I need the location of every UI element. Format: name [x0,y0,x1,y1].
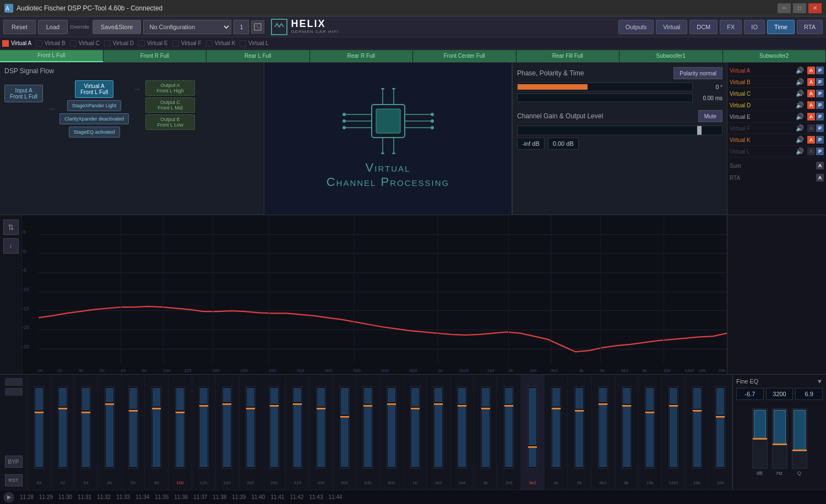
timestamp-11-32[interactable]: 11:32 [97,494,111,500]
eq-band-20k-29[interactable]: 20k [709,375,732,490]
ch-rear-r-full[interactable]: Rear R Full [310,50,414,62]
band-track-0[interactable] [34,386,44,469]
dsp-proc-2[interactable]: ClarityXpander deactivated [59,113,129,124]
config-select[interactable]: No Configuration [143,20,231,34]
polarity-button[interactable]: Polarity normal [673,67,722,79]
vtab-b[interactable]: Virtual B [36,40,66,47]
vtab-a[interactable]: Virtual A [2,40,31,47]
nav-time[interactable]: Time [767,20,795,34]
fine-eq-db-slider[interactable] [752,408,768,469]
band-track-7[interactable] [199,386,209,469]
band-track-26[interactable] [645,386,655,469]
ch-front-center-full[interactable]: Front Center Full [413,50,517,62]
band-track-19[interactable] [481,386,491,469]
rta-p-btn-b[interactable]: P [816,78,824,86]
eq-band-160-8[interactable]: 160 [215,375,239,490]
dsp-out-1[interactable]: Output A Front L High [145,80,195,96]
band-track-6[interactable] [175,386,185,469]
nav-dcm[interactable]: DCM [689,20,718,34]
band-track-27[interactable] [669,386,678,469]
vtab-f[interactable]: Virtual F [172,40,202,47]
minimize-button[interactable]: ─ [778,3,791,13]
band-track-10[interactable] [269,386,279,469]
band-track-11[interactable] [292,386,302,469]
vtab-c[interactable]: Virtual C [70,40,100,47]
band-track-18[interactable] [457,386,467,469]
timestamp-11-31[interactable]: 11:31 [78,494,91,500]
eq-band-12k5-27[interactable]: 12k5 [662,375,686,490]
band-track-4[interactable] [128,386,138,469]
eq-band-1k6-18[interactable]: 1k6 [450,375,474,490]
band-track-17[interactable] [433,386,443,469]
eq-toggle-1[interactable] [5,378,23,386]
dsp-out-2[interactable]: Output C Front L Mid [145,97,195,113]
timestamp-11-40[interactable]: 11:40 [251,494,265,500]
nav-rta[interactable]: RTA [797,20,823,34]
band-track-5[interactable] [151,386,161,469]
band-track-3[interactable] [105,386,115,469]
rta-a-btn-k[interactable]: A [807,136,815,144]
eq-band-6k3-24[interactable]: 6k3 [591,375,615,490]
rta-p-btn-l[interactable]: P [816,147,824,155]
timestamp-11-41[interactable]: 11:41 [270,494,284,500]
band-track-21[interactable] [528,386,537,469]
band-track-15[interactable] [387,386,396,469]
eq-band-800-15[interactable]: 800 [380,375,404,490]
rta-p-btn-d[interactable]: P [816,101,824,109]
eq-toggle-2[interactable] [5,388,23,396]
ch-front-l-full[interactable]: Front L Full [0,50,104,62]
nav-virtual[interactable]: Virtual [656,20,687,34]
fine-eq-q[interactable]: 6.9 [795,388,823,400]
eq-band-250-10[interactable]: 250 [263,375,286,490]
eq-band-1k2-17[interactable]: 1k2 [427,375,450,490]
vtab-d[interactable]: Virtual D [104,40,134,47]
band-track-28[interactable] [692,386,702,469]
eq-band-500-13[interactable]: 500 [333,375,357,490]
timestamp-11-43[interactable]: 11:43 [309,494,323,500]
eq-band-200-9[interactable]: 200 [239,375,263,490]
close-button[interactable]: ✕ [808,3,822,13]
band-track-24[interactable] [598,386,608,469]
eq-band-63-0[interactable]: 63 [28,375,51,490]
eq-band-400-12[interactable]: 400 [309,375,333,490]
band-track-9[interactable] [246,386,256,469]
timestamp-11-42[interactable]: 11:42 [290,494,303,500]
timestamp-11-29[interactable]: 11:29 [39,494,53,500]
eq-band-315-11[interactable]: 315 [286,375,309,490]
config-icon[interactable] [251,20,264,34]
rta-a-btn-f[interactable]: A [807,124,815,132]
vtab-l[interactable]: Virtual L [240,40,269,47]
nav-io[interactable]: IO [744,20,765,34]
nav-fx[interactable]: FX [720,20,742,34]
dsp-out-3[interactable]: Output E Front L Low [145,114,195,130]
rta-a-btn-c[interactable]: A [807,90,815,97]
band-track-8[interactable] [222,386,232,469]
eq-band-40-3[interactable]: 40 [98,375,122,490]
timestamp-11-37[interactable]: 11:37 [193,494,207,500]
swap-h-button[interactable]: ⇅ [3,220,19,235]
eq-band-4k-22[interactable]: 4k [545,375,568,490]
rta-p-btn-e[interactable]: P [816,113,824,120]
save-store-button[interactable]: Save&Store [93,20,142,34]
eq-band-2k-19[interactable]: 2k [474,375,498,490]
byp-label[interactable]: BYP [5,456,23,468]
load-button[interactable]: Load [38,20,68,34]
rta-a-btn-l[interactable]: A [807,147,815,155]
rta-a-btn-d[interactable]: A [807,101,815,109]
play-button[interactable] [3,492,14,503]
rta-p-btn-a[interactable]: P [816,67,824,74]
fine-eq-dropdown-icon[interactable]: ▼ [817,378,823,385]
timestamp-11-36[interactable]: 11:36 [174,494,188,500]
timestamp-11-33[interactable]: 11:33 [116,494,130,500]
band-track-22[interactable] [551,386,561,469]
eq-band-125-7[interactable]: 125 [192,375,216,490]
rta-p-btn-c[interactable]: P [816,90,824,97]
rta-p-btn-f[interactable]: P [816,124,824,132]
band-track-16[interactable] [410,386,420,469]
reset-button[interactable]: Reset [3,20,36,34]
eq-band-5k-23[interactable]: 5k [568,375,591,490]
timestamp-11-38[interactable]: 11:38 [213,494,226,500]
eq-band-1k-16[interactable]: 1k [404,375,427,490]
fine-eq-db[interactable]: -6.7 [736,388,764,400]
band-track-14[interactable] [363,386,373,469]
